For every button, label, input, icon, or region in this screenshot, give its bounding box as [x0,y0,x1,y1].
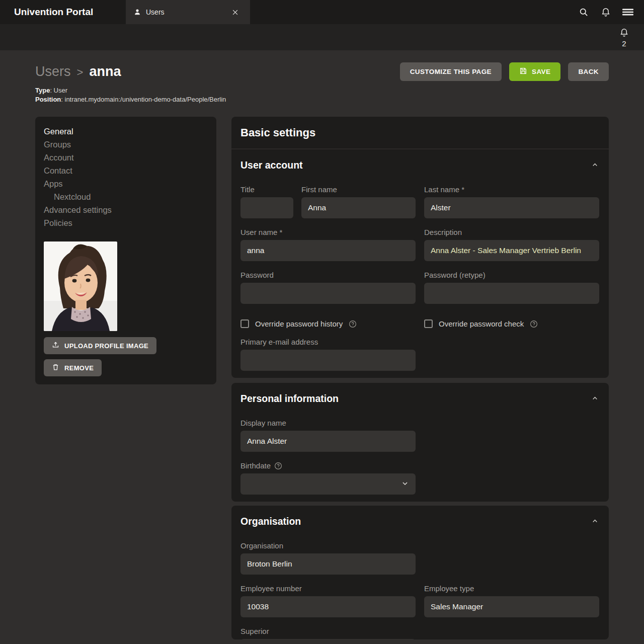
title-label: Title [240,185,293,194]
organisation-title: Organisation [240,516,301,527]
birthdate-select[interactable] [240,473,416,495]
organisation-input[interactable] [240,553,416,575]
display-name-label: Display name [240,419,416,427]
chevron-up-icon[interactable] [590,394,600,404]
profile-image [44,242,117,331]
header-buttons: CUSTOMIZE THIS PAGE SAVE BACK [400,62,609,81]
organisation-panel: Organisation Organisation Employee numbe… [231,506,609,639]
app-title: Univention Portal [0,0,126,24]
save-icon [519,67,527,76]
notification-bar: 2 [0,24,644,50]
user-name-label: User name * [240,228,416,236]
save-label: SAVE [532,68,550,75]
password-input[interactable] [240,283,416,304]
panel-gap [231,378,609,383]
user-account-title: User account [240,159,303,171]
page-title: anna [89,64,121,79]
tab-label: Users [146,8,226,16]
last-name-label: Last name * [424,185,599,194]
first-name-input[interactable] [301,197,416,218]
bell-icon[interactable] [597,3,615,21]
type-label: Type [35,87,50,94]
customize-page-button[interactable]: CUSTOMIZE THIS PAGE [400,62,502,81]
close-icon[interactable] [231,9,239,16]
user-icon [134,9,141,16]
last-name-input[interactable] [424,197,599,218]
personal-information-panel: Personal information Display name [231,383,609,502]
override-password-history-label: Override password history [255,319,343,328]
type-value: : User [50,87,67,94]
object-type: Type: User [35,86,609,95]
upload-profile-image-label: UPLOAD PROFILE IMAGE [64,342,148,350]
help-icon[interactable] [530,320,538,328]
tab-users[interactable]: Users [126,0,250,24]
trash-icon [52,363,59,372]
object-position: Position: intranet.mydomain:/univention-… [35,95,609,104]
main-content: Basic settings User account Title [231,117,609,639]
topbar-actions [575,0,644,24]
remove-image-button[interactable]: REMOVE [44,359,102,376]
personal-information-section: Personal information Display name [231,383,609,502]
search-icon[interactable] [575,3,593,21]
menu-icon[interactable] [619,3,637,21]
primary-email-label: Primary e-mail address [240,338,416,346]
breadcrumb-users-link[interactable]: Users [35,64,71,79]
description-label: Description [424,228,599,236]
display-name-input[interactable] [240,431,416,452]
object-meta: Type: User Position: intranet.mydomain:/… [35,86,609,104]
description-input[interactable] [424,240,599,261]
sidebar-item-account[interactable]: Account [44,151,208,164]
chevron-up-icon[interactable] [590,517,600,527]
chevron-up-icon[interactable] [590,160,600,171]
bell-icon [619,28,629,39]
organisation-section: Organisation Organisation Employee numbe… [231,506,609,639]
password-retype-label: Password (retype) [424,271,599,279]
birthdate-label: Birthdate [240,461,271,470]
sidebar-item-apps[interactable]: Apps [44,177,208,190]
help-icon[interactable] [349,320,357,328]
first-name-label: First name [301,185,416,194]
override-password-check-checkbox[interactable] [424,319,433,328]
position-label: Position [35,96,61,103]
panel-gap [231,502,609,506]
sidebar: General Groups Account Contact Apps Next… [35,117,216,384]
personal-information-title: Personal information [240,393,339,405]
employee-number-input[interactable] [240,596,416,617]
password-label: Password [240,271,416,279]
sidebar-item-policies[interactable]: Policies [44,216,208,229]
employee-type-input[interactable] [424,596,599,617]
basic-settings-panel: Basic settings User account Title [231,117,609,378]
sidebar-item-contact[interactable]: Contact [44,164,208,177]
employee-number-label: Employee number [240,584,416,593]
save-button[interactable]: SAVE [509,62,560,81]
basic-settings-title: Basic settings [231,117,609,149]
position-value: : intranet.mydomain:/univention-demo-dat… [61,96,226,103]
password-retype-input[interactable] [424,283,599,304]
user-name-input[interactable] [240,240,416,261]
topbar-spacer [250,0,575,24]
organisation-label: Organisation [240,541,416,550]
top-bar: Univention Portal Users [0,0,644,24]
upload-profile-image-button[interactable]: UPLOAD PROFILE IMAGE [44,337,156,354]
help-icon[interactable] [274,462,282,470]
upload-icon [52,341,59,350]
superior-input[interactable] [240,639,416,639]
superior-label: Superior [240,627,416,635]
notification-count: 2 [622,39,626,48]
customize-page-label: CUSTOMIZE THIS PAGE [410,68,492,75]
back-button[interactable]: BACK [568,62,609,81]
title-input[interactable] [240,197,293,218]
user-account-section: User account Title First nam [231,149,609,378]
sidebar-item-nextcloud[interactable]: Nextcloud [44,190,208,203]
page-header: Users > anna CUSTOMIZE THIS PAGE SAVE BA… [0,50,644,104]
employee-type-label: Employee type [424,584,599,593]
override-password-check-label: Override password check [439,319,524,328]
notifications-button[interactable]: 2 [619,24,644,50]
sidebar-item-advanced-settings[interactable]: Advanced settings [44,203,208,216]
override-password-history-checkbox[interactable] [240,319,249,328]
sidebar-item-general[interactable]: General [44,125,208,138]
back-label: BACK [578,68,599,75]
breadcrumb: Users > anna [35,64,400,79]
sidebar-item-groups[interactable]: Groups [44,138,208,151]
primary-email-input[interactable] [240,350,416,371]
